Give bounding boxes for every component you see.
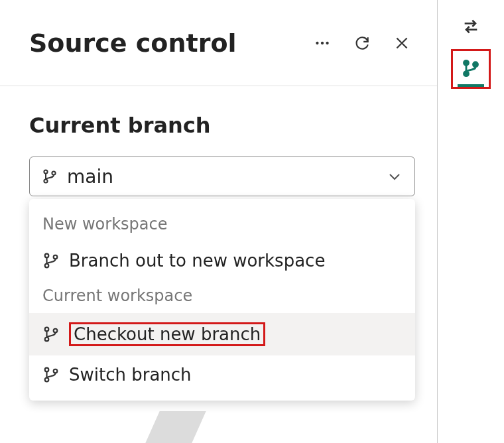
close-icon[interactable] [393, 34, 410, 52]
menu-item-branch-out[interactable]: Branch out to new workspace [29, 241, 415, 280]
svg-point-14 [54, 369, 58, 373]
svg-point-17 [473, 62, 478, 67]
svg-point-6 [45, 254, 49, 258]
branch-icon [42, 252, 60, 269]
svg-point-2 [326, 41, 328, 44]
refresh-icon[interactable] [353, 34, 371, 52]
panel-title: Source control [29, 29, 314, 58]
decorative-shape [145, 411, 206, 443]
menu-item-switch-branch[interactable]: Switch branch [29, 355, 415, 394]
menu-item-label: Branch out to new workspace [69, 251, 325, 271]
menu-item-label: Switch branch [69, 365, 192, 385]
branch-icon [42, 366, 60, 383]
highlight-box [451, 49, 491, 89]
svg-point-5 [52, 171, 55, 174]
active-tab-underline [458, 84, 484, 87]
svg-point-12 [45, 368, 49, 372]
svg-point-7 [45, 264, 49, 268]
selected-branch-name: main [67, 166, 377, 188]
svg-point-1 [321, 41, 324, 44]
svg-point-16 [464, 72, 469, 76]
branch-dropdown-menu: New workspace Branch out to new workspac… [29, 199, 415, 401]
svg-point-8 [54, 255, 58, 259]
branch-icon [42, 168, 58, 184]
svg-point-10 [45, 338, 49, 342]
svg-point-4 [44, 179, 47, 182]
dropdown-group-label: Current workspace [29, 280, 415, 313]
svg-point-11 [54, 329, 58, 333]
branch-dropdown-trigger[interactable]: main [29, 157, 415, 196]
swap-icon[interactable] [458, 13, 484, 40]
source-control-icon[interactable] [458, 55, 484, 82]
more-icon[interactable] [314, 34, 331, 52]
branch-icon [42, 326, 60, 343]
svg-point-15 [464, 60, 469, 65]
header-actions [314, 34, 410, 52]
menu-item-label: Checkout new branch [74, 324, 261, 344]
svg-point-9 [45, 328, 49, 332]
svg-point-3 [44, 170, 47, 173]
panel-header: Source control [0, 0, 437, 86]
chevron-down-icon [387, 168, 403, 184]
svg-point-0 [316, 41, 318, 44]
svg-point-13 [45, 378, 49, 382]
dropdown-group-label: New workspace [29, 208, 415, 241]
highlight-box: Checkout new branch [69, 322, 265, 346]
current-branch-label: Current branch [29, 113, 408, 138]
menu-item-checkout-new-branch[interactable]: Checkout new branch [29, 313, 415, 355]
right-rail [438, 0, 504, 443]
